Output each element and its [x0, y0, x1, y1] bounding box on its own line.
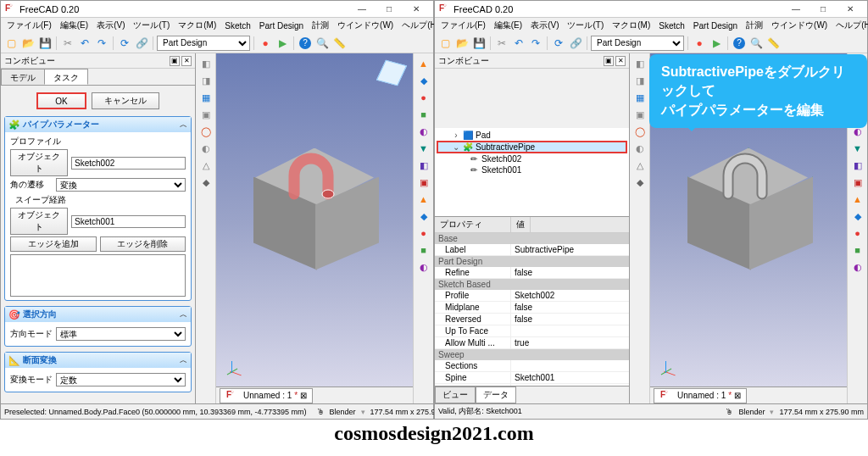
tool-icon[interactable]: [416, 158, 431, 173]
prop-row[interactable]: ProfileSketch002: [435, 290, 629, 302]
close-button[interactable]: ✕: [403, 2, 430, 17]
save-icon[interactable]: [471, 36, 487, 51]
tab-data[interactable]: データ: [476, 386, 516, 403]
tool-icon[interactable]: [632, 107, 648, 122]
close-panel-icon[interactable]: ✕: [615, 56, 626, 66]
workbench-selector[interactable]: Part Design: [157, 36, 250, 51]
cancel-button[interactable]: キャンセル: [92, 92, 159, 109]
tool-icon[interactable]: [198, 90, 214, 105]
redo-icon[interactable]: [528, 36, 543, 51]
menu-sketch[interactable]: Sketch: [654, 21, 689, 31]
tool-icon[interactable]: [416, 175, 431, 190]
menu-tools[interactable]: ツール(T): [129, 19, 174, 31]
maximize-button[interactable]: □: [376, 2, 403, 17]
tab-model[interactable]: モデル: [1, 69, 45, 85]
menu-partdesign[interactable]: Part Design: [255, 21, 308, 31]
collapse-icon[interactable]: ⌄: [452, 142, 460, 152]
transform-mode-select[interactable]: 定数: [56, 373, 186, 386]
menu-window[interactable]: ウインドウ(W): [333, 19, 398, 31]
menu-file[interactable]: ファイル(F): [437, 19, 490, 31]
tree-item-sketch001[interactable]: ✏ Sketch001: [437, 164, 627, 175]
tool-icon[interactable]: [632, 73, 648, 88]
tool-icon[interactable]: [416, 141, 431, 156]
close-panel-icon[interactable]: ✕: [181, 56, 192, 66]
tool-icon[interactable]: [632, 141, 648, 156]
search-icon[interactable]: [748, 36, 764, 51]
tool-icon[interactable]: [416, 192, 431, 207]
open-icon[interactable]: [20, 36, 36, 51]
menu-measure[interactable]: 計測: [742, 19, 767, 31]
refresh-icon[interactable]: [117, 36, 132, 51]
tool-icon[interactable]: [850, 259, 865, 275]
link-icon[interactable]: [568, 36, 583, 51]
minimize-button[interactable]: —: [348, 2, 376, 17]
undo-icon[interactable]: [511, 36, 526, 51]
measure-icon[interactable]: [331, 36, 347, 51]
tab-view[interactable]: ビュー: [435, 386, 476, 403]
tree-item-subtractivepipe[interactable]: ⌄ 🧩 SubtractivePipe: [437, 141, 627, 153]
search-icon[interactable]: [314, 36, 330, 51]
undock-icon[interactable]: ▣: [604, 56, 614, 66]
menu-window[interactable]: ウインドウ(W): [767, 19, 832, 31]
tool-icon[interactable]: [416, 90, 431, 105]
close-tab-icon[interactable]: ⊠: [300, 391, 307, 400]
whatsthis-icon[interactable]: [732, 36, 747, 51]
workbench-selector[interactable]: Part Design: [591, 36, 684, 51]
tool-icon[interactable]: [198, 107, 214, 122]
tool-icon[interactable]: [416, 73, 431, 88]
tool-icon[interactable]: [850, 192, 865, 207]
tool-icon[interactable]: [632, 56, 648, 71]
corner-select[interactable]: 変換: [56, 178, 186, 192]
tool-icon[interactable]: [416, 259, 431, 275]
path-object-button[interactable]: オブジェクト: [10, 208, 68, 235]
viewport-3d[interactable]: [216, 53, 413, 386]
tool-icon[interactable]: [416, 209, 431, 224]
nav-cube[interactable]: [377, 58, 408, 89]
minimize-button[interactable]: —: [782, 2, 810, 17]
path-input[interactable]: [71, 215, 186, 228]
nav-style[interactable]: Blender: [738, 408, 765, 416]
new-icon[interactable]: [437, 36, 453, 51]
link-icon[interactable]: [134, 36, 149, 51]
maximize-button[interactable]: □: [810, 2, 837, 17]
tab-task[interactable]: タスク: [44, 69, 88, 85]
ok-button[interactable]: OK: [36, 92, 86, 109]
tool-icon[interactable]: [416, 225, 431, 241]
save-icon[interactable]: [37, 36, 53, 51]
menu-file[interactable]: ファイル(F): [3, 19, 56, 31]
tool-icon[interactable]: [198, 158, 214, 173]
profile-input[interactable]: [71, 157, 186, 170]
redo-icon[interactable]: [94, 36, 109, 51]
tool-icon[interactable]: [416, 124, 431, 139]
tool-icon[interactable]: [632, 158, 648, 173]
expand-icon[interactable]: ›: [452, 131, 460, 140]
prop-row[interactable]: Sections: [435, 360, 629, 372]
close-tab-icon[interactable]: ⊠: [734, 391, 741, 400]
measure-icon[interactable]: [765, 36, 781, 51]
menu-view[interactable]: 表示(V): [92, 19, 129, 31]
tool-icon[interactable]: [632, 175, 648, 190]
tool-icon[interactable]: [416, 56, 431, 71]
macro-play-icon[interactable]: [275, 36, 290, 51]
tool-icon[interactable]: [850, 141, 865, 156]
close-button[interactable]: ✕: [837, 2, 864, 17]
remove-edge-button[interactable]: エッジを削除: [100, 236, 186, 252]
tool-icon[interactable]: [198, 175, 214, 190]
add-edge-button[interactable]: エッジを追加: [10, 236, 97, 252]
cut-icon[interactable]: [60, 36, 75, 51]
whatsthis-icon[interactable]: [298, 36, 313, 51]
nav-style[interactable]: Blender: [330, 408, 356, 416]
menu-tools[interactable]: ツール(T): [563, 19, 608, 31]
menu-macro[interactable]: マクロ(M): [608, 19, 654, 31]
refresh-icon[interactable]: [551, 36, 566, 51]
tool-icon[interactable]: [632, 90, 648, 105]
tool-icon[interactable]: [850, 175, 865, 190]
menu-macro[interactable]: マクロ(M): [174, 19, 220, 31]
macro-stop-icon[interactable]: [692, 36, 707, 51]
tool-icon[interactable]: [632, 124, 648, 139]
macro-play-icon[interactable]: [709, 36, 724, 51]
cut-icon[interactable]: [494, 36, 509, 51]
tool-icon[interactable]: [850, 242, 865, 258]
prop-row[interactable]: Allow Multi ...true: [435, 337, 629, 349]
macro-stop-icon[interactable]: [258, 36, 273, 51]
